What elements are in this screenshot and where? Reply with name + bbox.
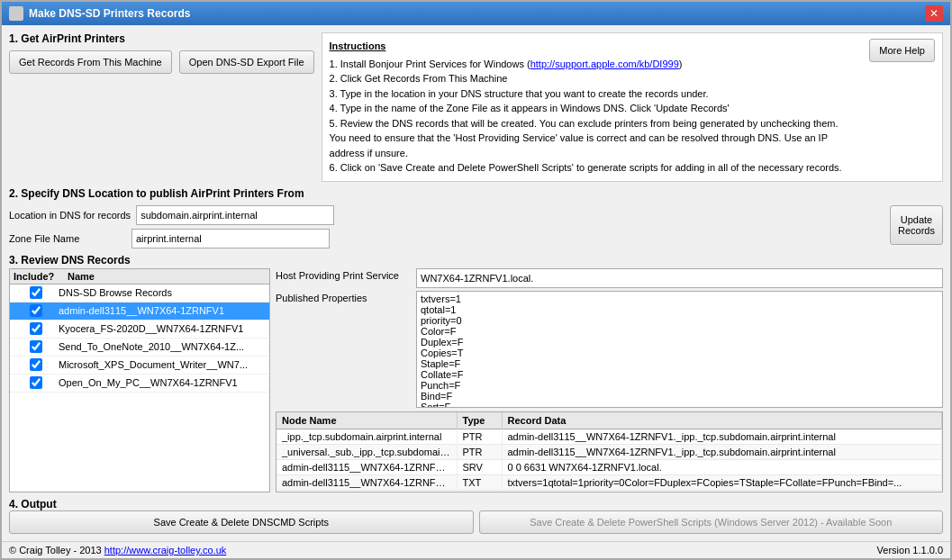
table-cell-data: admin-dell3115__WN7X64-1ZRNFV1._ipp._tcp… <box>502 429 942 444</box>
table-cell-data: 0 0 6631 WN7X64-1ZRNFV1.local. <box>502 459 942 474</box>
list-item-checkbox[interactable] <box>30 304 42 317</box>
instructions-link[interactable]: http://support.apple.com/kb/DI999 <box>530 59 679 69</box>
list-item-name: admin-dell3115__WN7X64-1ZRNFV1 <box>59 305 266 316</box>
list-header-name: Name <box>68 271 266 282</box>
instructions-content: Instructions 1. Install Bonjour Print Se… <box>330 39 863 176</box>
list-item-checkbox[interactable] <box>30 376 42 389</box>
save-powershell-button[interactable]: Save Create & Delete PowerShell Scripts … <box>479 510 944 534</box>
list-item-checkbox[interactable] <box>30 322 42 335</box>
list-item-checkbox-cell <box>14 358 59 371</box>
app-icon <box>9 6 23 21</box>
more-help-button[interactable]: More Help <box>869 39 935 62</box>
list-item-checkbox-cell <box>14 376 59 389</box>
instructions-title: Instructions <box>330 39 863 54</box>
website-link[interactable]: http://www.craig-tolley.co.uk <box>104 545 227 555</box>
main-content: 1. Get AirPrint Printers Get Records Fro… <box>2 25 950 541</box>
instructions-box: Instructions 1. Install Bonjour Print Se… <box>322 32 943 182</box>
host-label: Host Providing Print Service <box>276 268 411 281</box>
location-label: Location in DNS for records <box>9 210 131 221</box>
list-item-checkbox-cell <box>14 304 59 317</box>
instructions-line5: 5. Review the DNS records that will be c… <box>330 116 863 131</box>
section1-left: 1. Get AirPrint Printers Get Records Fro… <box>9 32 314 74</box>
instructions-line7: 6. Click on 'Save Create and Delete Powe… <box>330 160 863 176</box>
list-item-checkbox-cell <box>14 286 59 299</box>
table-cell-node: admin-dell3115__WN7X64-1ZRNFV1._ip... <box>277 459 457 474</box>
list-item[interactable]: DNS-SD Browse Records <box>10 285 269 303</box>
section4-body: Save Create & Delete DNSCMD Scripts Save… <box>9 510 943 534</box>
location-input[interactable] <box>136 205 334 225</box>
dns-table: Node Name Type Record Data _ipp._tcp.sub… <box>276 411 943 493</box>
section4-label: 4. Output <box>9 498 57 510</box>
table-header-row: Node Name Type Record Data <box>277 412 942 429</box>
table-cell-data: admin-dell3115__WN7X64-1ZRNFV1._ipp._tcp… <box>502 444 942 459</box>
get-records-button[interactable]: Get Records From This Machine <box>9 50 172 74</box>
zone-row: Zone File Name <box>9 229 884 248</box>
section2: 2. Specify DNS Location to publish AirPr… <box>9 187 943 248</box>
col-node-header: Node Name <box>277 412 457 429</box>
titlebar-left: Make DNS-SD Printers Records <box>9 6 190 21</box>
list-item-name: DNS-SD Browse Records <box>59 287 266 298</box>
list-item[interactable]: admin-dell3115__WN7X64-1ZRNFV1 <box>10 303 269 321</box>
section1-label: 1. Get AirPrint Printers <box>9 32 314 45</box>
table-cell-node: _ipp._tcp.subdomain.airprint.internal <box>277 429 457 444</box>
list-item-checkbox[interactable] <box>30 340 42 353</box>
table-cell-type: PTR <box>457 444 502 459</box>
published-label: Published Properties <box>276 291 411 303</box>
instructions-line6b: address if unsure. <box>330 146 863 161</box>
zone-label: Zone File Name <box>9 233 126 244</box>
section2-label: 2. Specify DNS Location to publish AirPr… <box>9 187 943 200</box>
list-item[interactable]: Open_On_My_PC__WN7X64-1ZRNFV1 <box>10 375 269 393</box>
dns-table-body: _ipp._tcp.subdomain.airprint.internalPTR… <box>277 429 942 490</box>
host-value: WN7X64-1ZRNFV1.local. <box>416 268 943 288</box>
table-cell-data: txtvers=1qtotal=1priority=0Color=FDuplex… <box>502 474 942 490</box>
host-row: Host Providing Print Service WN7X64-1ZRN… <box>276 268 943 288</box>
list-header: Include? Name <box>10 269 269 285</box>
statusbar: © Craig Tolley - 2013 http://www.craig-t… <box>2 541 950 558</box>
table-cell-node: _universal._sub._ipp._tcp.subdomain.airp… <box>277 444 457 459</box>
instructions-line2: 2. Click Get Records From This Machine <box>330 71 863 86</box>
dns-records-table: Node Name Type Record Data _ipp._tcp.sub… <box>277 412 942 491</box>
section1-buttons: Get Records From This Machine Open DNS-S… <box>9 50 314 74</box>
close-button[interactable]: ✕ <box>925 5 943 22</box>
list-item[interactable]: Kyocera_FS-2020D__WN7X64-1ZRNFV1 <box>10 321 269 339</box>
version-text: Version 1.1.0.0 <box>877 545 943 555</box>
col-data-header: Record Data <box>502 412 942 429</box>
update-records-button[interactable]: Update Records <box>890 205 943 245</box>
zone-input[interactable] <box>131 229 330 248</box>
instructions-line4: 4. Type in the name of the Zone File as … <box>330 101 863 116</box>
published-textarea[interactable] <box>416 291 943 408</box>
section4: 4. Output Save Create & Delete DNSCMD Sc… <box>9 498 943 534</box>
printer-list[interactable]: DNS-SD Browse Recordsadmin-dell3115__WN7… <box>10 285 269 492</box>
main-window: Make DNS-SD Printers Records ✕ 1. Get Ai… <box>0 0 952 560</box>
table-cell-node: admin-dell3115__WN7X64-1ZRNFV1._ip... <box>277 474 457 490</box>
section1: 1. Get AirPrint Printers Get Records Fro… <box>9 32 943 182</box>
section3-body: Include? Name DNS-SD Browse Recordsadmin… <box>9 268 943 493</box>
list-header-include: Include? <box>14 271 68 282</box>
col-type-header: Type <box>457 412 502 429</box>
table-row: admin-dell3115__WN7X64-1ZRNFV1._ip...TXT… <box>277 474 942 490</box>
statusbar-left: © Craig Tolley - 2013 http://www.craig-t… <box>9 545 226 555</box>
list-item-checkbox[interactable] <box>30 286 42 299</box>
list-item[interactable]: Microsoft_XPS_Document_Writer__WN7... <box>10 357 269 375</box>
section3: 3. Review DNS Records Include? Name DNS-… <box>9 254 943 493</box>
save-dnscmd-button[interactable]: Save Create & Delete DNSCMD Scripts <box>9 510 474 534</box>
location-row: Location in DNS for records <box>9 205 884 225</box>
right-panel: Host Providing Print Service WN7X64-1ZRN… <box>276 268 943 493</box>
table-row: admin-dell3115__WN7X64-1ZRNFV1._ip...SRV… <box>277 459 942 474</box>
instructions-line1: 1. Install Bonjour Print Services for Wi… <box>330 57 863 72</box>
open-dns-button[interactable]: Open DNS-SD Export File <box>179 50 314 74</box>
list-item-checkbox-cell <box>14 322 59 335</box>
table-cell-type: TXT <box>457 474 502 490</box>
list-item-name: Kyocera_FS-2020D__WN7X64-1ZRNFV1 <box>59 323 266 334</box>
list-item-name: Open_On_My_PC__WN7X64-1ZRNFV1 <box>59 377 266 388</box>
list-item[interactable]: Send_To_OneNote_2010__WN7X64-1Z... <box>10 339 269 357</box>
table-cell-type: PTR <box>457 429 502 444</box>
titlebar: Make DNS-SD Printers Records ✕ <box>2 2 950 25</box>
instructions-line3: 3. Type in the location in your DNS stru… <box>330 86 863 102</box>
list-item-name: Send_To_OneNote_2010__WN7X64-1Z... <box>59 341 266 352</box>
left-panel: Include? Name DNS-SD Browse Recordsadmin… <box>9 268 270 493</box>
window-title: Make DNS-SD Printers Records <box>29 7 190 20</box>
copyright-text: © Craig Tolley - 2013 <box>9 545 102 555</box>
list-item-checkbox[interactable] <box>30 358 42 371</box>
instructions-line6: You need to ensure that the 'Host Provid… <box>330 131 863 146</box>
